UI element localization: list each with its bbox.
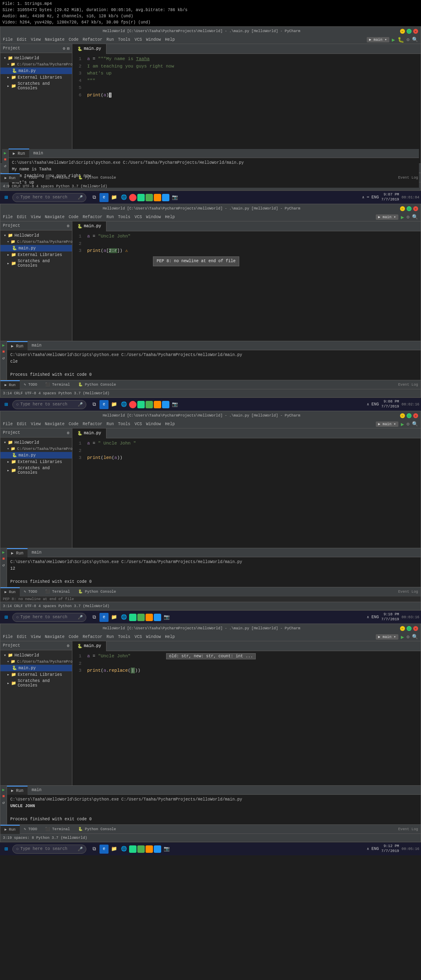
bottom-python-console-tab-2[interactable]: 🐍 Python Console: [74, 380, 120, 389]
bottom-terminal-tab-3[interactable]: ⬛ Terminal: [41, 587, 74, 596]
close-btn-1[interactable]: ×: [413, 29, 418, 34]
run-btn-3[interactable]: ▶: [401, 421, 404, 428]
run-stop-icon-3[interactable]: ■: [2, 556, 5, 561]
app4-icon-3[interactable]: [146, 614, 153, 621]
edge-icon-3[interactable]: e: [99, 613, 109, 622]
taskbar-search-2[interactable]: ○ Type here to search 🎤: [12, 400, 86, 409]
taskview-icon-4[interactable]: ⧉: [90, 845, 99, 854]
tab-mainpy-1[interactable]: 🐍 main.py: [72, 44, 106, 54]
run-tab-main-1[interactable]: main: [29, 149, 47, 158]
windows-icon-2[interactable]: ⊞: [2, 400, 11, 409]
tree-mainpy-3[interactable]: 🐍main.py: [0, 452, 72, 459]
app4-icon-1[interactable]: [154, 194, 161, 201]
pycharm-icon-3[interactable]: [129, 614, 136, 621]
app3-icon-4[interactable]: [137, 845, 145, 853]
explorer-icon-2[interactable]: 📁: [109, 400, 118, 409]
tree-extlibs-1[interactable]: ▸📁External Libraries: [0, 74, 72, 81]
menu-view-2[interactable]: View: [31, 215, 41, 219]
debug-btn-1[interactable]: 🐛: [398, 37, 404, 43]
run-stop-icon-4[interactable]: ■: [2, 794, 5, 798]
code-editor-4[interactable]: 123 a = "Uncle John" old: str, new: str,…: [72, 651, 421, 785]
app6-icon-1[interactable]: 📷: [170, 193, 179, 202]
run-config-dropdown-1[interactable]: ▶ main ▾: [367, 37, 389, 42]
menu-navigate-1[interactable]: Navigate: [45, 37, 65, 42]
app4-icon-4[interactable]: [146, 845, 153, 853]
menu-help-3[interactable]: Help: [165, 422, 175, 426]
menu-vcs-1[interactable]: VCS: [134, 37, 142, 42]
windows-icon-4[interactable]: ⊞: [2, 845, 11, 854]
menu-edit-4[interactable]: Edit: [17, 635, 27, 639]
run-stop-icon-1[interactable]: ■: [4, 157, 6, 162]
tree-extlibs-3[interactable]: ▸📁External Libraries: [0, 459, 72, 465]
maximize-btn-4[interactable]: □: [407, 626, 412, 631]
tab-mainpy-3[interactable]: 🐍 main.py: [72, 428, 106, 438]
settings-icon-1[interactable]: ⚙: [407, 37, 409, 43]
search-icon-4[interactable]: 🔍: [412, 634, 418, 640]
edge-icon-2[interactable]: e: [99, 400, 109, 409]
window-controls-3[interactable]: − □ ×: [400, 413, 418, 418]
tree-path-1[interactable]: ▾📁C:/Users/Taaha/PycharmPro...: [0, 61, 72, 68]
menu-run-2[interactable]: Run: [106, 215, 114, 219]
run-rerun-icon-4[interactable]: ↺: [2, 800, 5, 805]
minimize-btn-3[interactable]: −: [400, 413, 405, 418]
run-tab-main-4[interactable]: main: [28, 786, 46, 795]
tree-mainpy-4[interactable]: 🐍main.py: [0, 665, 72, 671]
pycharm-icon-4[interactable]: [129, 845, 136, 853]
bottom-terminal-tab-2[interactable]: ⬛ Terminal: [41, 380, 74, 389]
run-play-icon-1[interactable]: ▶: [4, 151, 6, 156]
menu-help-2[interactable]: Help: [165, 215, 175, 219]
event-log-1[interactable]: Event Log: [398, 176, 421, 180]
taskview-icon-3[interactable]: ⧉: [90, 613, 99, 622]
menu-run-1[interactable]: Run: [106, 37, 114, 42]
run-play-icon-3[interactable]: ▶: [2, 550, 5, 555]
taskbar-arrow-icon-3[interactable]: ∧: [367, 615, 369, 619]
menu-vcs-4[interactable]: VCS: [134, 635, 142, 639]
bottom-run-tab-2[interactable]: ▶ Run: [0, 380, 20, 389]
run-btn-2[interactable]: ▶: [401, 214, 404, 221]
window-controls-4[interactable]: − □ ×: [400, 626, 418, 631]
taskbar-arrow-icon-2[interactable]: ∧: [367, 402, 369, 407]
tree-helloworld-4[interactable]: ▾📁HelloWorld: [0, 652, 72, 659]
menu-file-4[interactable]: File: [3, 635, 13, 639]
minimize-btn-4[interactable]: −: [400, 626, 405, 631]
tree-scratches-2[interactable]: ▸📁Scratches and Consoles: [0, 258, 72, 269]
search-icon-2[interactable]: 🔍: [412, 214, 418, 220]
bottom-terminal-tab-4[interactable]: ⬛ Terminal: [41, 825, 74, 834]
taskbar-search-1[interactable]: ○ Type here to search 🎤: [12, 193, 86, 202]
run-btn-4[interactable]: ▶: [401, 634, 404, 640]
bottom-todo-tab-3[interactable]: ✎ TODO: [20, 587, 41, 596]
bottom-todo-tab-2[interactable]: ✎ TODO: [20, 380, 41, 389]
menu-code-4[interactable]: Code: [69, 635, 79, 639]
run-stop-icon-2[interactable]: ■: [2, 349, 5, 354]
menu-code-2[interactable]: Code: [69, 215, 79, 219]
run-config-dropdown-2[interactable]: ▶ main ▾: [376, 214, 398, 220]
menu-window-4[interactable]: Window: [146, 635, 161, 639]
menu-tools-4[interactable]: Tools: [118, 635, 130, 639]
taskbar-search-3[interactable]: ○ Type here to search 🎤: [12, 613, 86, 622]
run-btn-1[interactable]: ▶: [392, 37, 395, 43]
run-rerun-icon-2[interactable]: ↺: [2, 356, 5, 361]
code-content-1[interactable]: a = """My name is Taaha I am teaching yo…: [84, 56, 421, 162]
event-log-3[interactable]: Event Log: [398, 590, 421, 594]
settings-icon-4[interactable]: ⚙: [407, 634, 409, 640]
menu-navigate-4[interactable]: Navigate: [45, 635, 65, 639]
menu-refactor-4[interactable]: Refactor: [83, 635, 102, 639]
bottom-todo-tab-1[interactable]: ✎ TODO: [20, 173, 41, 182]
run-tab-2[interactable]: ▶ Run: [7, 341, 28, 350]
code-content-4[interactable]: a = "Uncle John" old: str, new: str, cou…: [84, 653, 421, 784]
app1-icon-2[interactable]: [129, 401, 136, 408]
app5-icon-4[interactable]: [154, 845, 161, 853]
menu-view-4[interactable]: View: [31, 635, 41, 639]
edge-icon-1[interactable]: e: [99, 193, 109, 202]
bottom-todo-tab-4[interactable]: ✎ TODO: [20, 825, 41, 834]
chrome-icon-2[interactable]: 🌐: [119, 400, 128, 409]
code-editor-1[interactable]: 123456 a = """My name is Taaha I am teac…: [72, 54, 421, 163]
tree-helloworld-3[interactable]: ▾📁HelloWorld: [0, 439, 72, 446]
sidebar-gear-icon-3[interactable]: ⚙: [67, 431, 69, 435]
run-tab-3[interactable]: ▶ Run: [7, 548, 28, 557]
app6-icon-2[interactable]: 📷: [170, 400, 179, 409]
tree-scratches-1[interactable]: ▸📁Scratches and Consoles: [0, 81, 72, 91]
pycharm-icon-1[interactable]: [137, 194, 145, 201]
code-editor-2[interactable]: 123 a = "Uncle John" print(a[2:r]) ⚠ PEP…: [72, 231, 421, 341]
search-icon-1[interactable]: 🔍: [412, 37, 418, 43]
